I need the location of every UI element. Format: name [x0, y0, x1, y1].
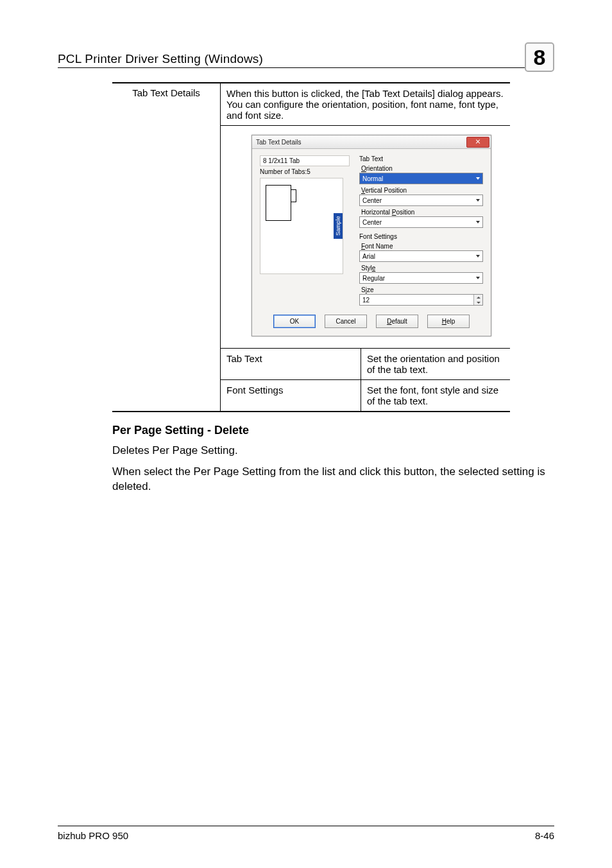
orientation-label: Orientation	[361, 165, 483, 172]
section-paragraph: Deletes Per Page Setting.	[112, 444, 554, 458]
horizontal-position-value: Center	[362, 219, 382, 226]
cancel-button[interactable]: Cancel	[325, 315, 367, 328]
font-name-combo[interactable]: Arial	[359, 250, 483, 262]
dialog-screenshot: Tab Text Details 8 1/2x11 Tab Number of …	[221, 126, 510, 348]
section-paragraph: When select the Per Page Setting from th…	[112, 465, 554, 494]
horizontal-position-label: Horizontal Position	[361, 209, 483, 216]
row-description: When this button is clicked, the [Tab Te…	[221, 83, 511, 126]
chevron-down-icon	[475, 219, 481, 225]
chevron-down-icon	[475, 197, 481, 204]
style-label: Style	[361, 265, 483, 272]
default-button[interactable]: Default	[376, 315, 418, 328]
chevron-down-icon	[475, 253, 481, 259]
close-icon[interactable]	[466, 137, 489, 148]
settings-table: Tab Text Details When this button is cli…	[112, 82, 510, 412]
tab-preview: Sample	[260, 178, 343, 274]
paper-size-box: 8 1/2x11 Tab	[260, 155, 350, 166]
help-button[interactable]: Help	[427, 315, 470, 328]
vertical-position-label: Vertical Position	[361, 187, 483, 194]
sub-row-desc: Set the font, font style and size of the…	[361, 380, 511, 412]
style-combo[interactable]: Regular	[359, 272, 483, 284]
sample-tab: Sample	[334, 213, 343, 239]
horizontal-position-combo[interactable]: Center	[359, 216, 483, 228]
chapter-badge: 8	[525, 42, 554, 72]
chapter-number: 8	[534, 45, 546, 70]
dialog-titlebar: Tab Text Details	[252, 135, 491, 149]
spinner-up-icon[interactable]	[473, 295, 482, 300]
style-value: Regular	[362, 275, 385, 282]
product-name: bizhub PRO 950	[58, 830, 128, 841]
tab-shape-icon	[266, 185, 291, 221]
chevron-down-icon	[475, 275, 481, 281]
size-label: Size	[361, 286, 483, 293]
sub-row-label: Tab Text	[221, 349, 361, 380]
page-number: 8-46	[535, 830, 554, 841]
chevron-down-icon	[475, 175, 481, 182]
page-footer: bizhub PRO 950 8-46	[58, 826, 554, 841]
vertical-position-value: Center	[362, 197, 382, 204]
number-of-tabs-label: Number of Tabs:5	[260, 168, 353, 175]
dialog-title: Tab Text Details	[256, 139, 301, 146]
ok-button[interactable]: OK	[273, 315, 316, 328]
orientation-value: Normal	[362, 175, 383, 182]
page-header: PCL Printer Driver Setting (Windows) 8	[58, 39, 554, 68]
font-name-value: Arial	[362, 253, 375, 260]
vertical-position-combo[interactable]: Center	[359, 195, 483, 206]
header-right: 8	[525, 39, 554, 66]
section-heading: Per Page Setting - Delete	[112, 424, 554, 437]
sub-row-label: Font Settings	[221, 380, 361, 412]
header-title: PCL Printer Driver Setting (Windows)	[58, 52, 263, 66]
orientation-combo[interactable]: Normal	[359, 173, 483, 184]
size-spinner[interactable]: 12	[359, 294, 483, 306]
group-font-settings: Font Settings	[359, 233, 483, 240]
row-label: Tab Text Details	[112, 83, 221, 412]
font-name-label: Font Name	[361, 243, 483, 250]
sub-row-desc: Set the orientation and position of the …	[361, 349, 511, 380]
group-tab-text: Tab Text	[359, 155, 483, 162]
spinner-down-icon[interactable]	[473, 300, 482, 305]
size-value: 12	[362, 297, 370, 304]
